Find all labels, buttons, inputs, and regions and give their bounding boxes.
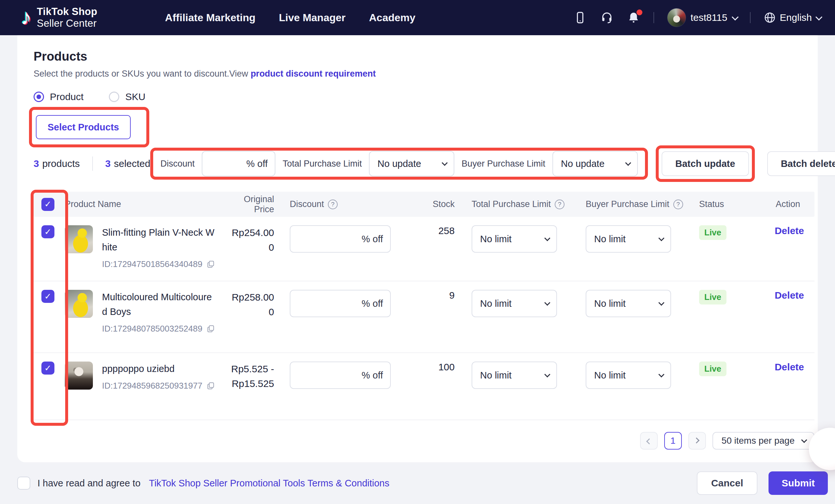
total-purchase-limit-help-icon[interactable]: ?	[555, 200, 565, 209]
row-buyer-purchase-limit-select[interactable]: No limit	[586, 290, 671, 317]
controls-row: 3 products 3 selected Discount % off Tot…	[34, 145, 814, 182]
copy-icon[interactable]	[206, 260, 215, 269]
batch-total-purchase-limit-label: Total Purchase Limit	[283, 159, 362, 169]
submit-button[interactable]: Submit	[769, 471, 828, 495]
batch-total-purchase-limit-select[interactable]: No update	[369, 151, 454, 176]
brand-logo[interactable]: ♪ TikTok Shop Seller Center	[21, 6, 97, 30]
row-buyer-purchase-limit-select[interactable]: No limit	[586, 225, 671, 253]
row-discount-input-field[interactable]	[298, 234, 362, 244]
header-status: Status	[687, 199, 751, 209]
radio-product[interactable]: Product	[34, 91, 83, 102]
pagination: 1 50 items per page	[34, 432, 814, 449]
terms-and-conditions-link[interactable]: TikTok Shop Seller Promotional Tools Ter…	[149, 478, 389, 489]
delete-link[interactable]: Delete	[775, 225, 814, 236]
delete-link[interactable]: Delete	[775, 290, 814, 301]
agree-checkbox[interactable]	[17, 477, 30, 490]
chevron-down-icon	[658, 235, 664, 241]
radio-product-circle[interactable]	[34, 92, 44, 102]
radio-sku-circle[interactable]	[109, 92, 119, 102]
top-navbar: ♪ TikTok Shop Seller Center Affiliate Ma…	[0, 0, 835, 35]
nav-link-academy[interactable]: Academy	[369, 12, 415, 24]
username: test8115	[691, 12, 728, 23]
status-badge: Live	[699, 362, 727, 376]
terms-agreement: I have read and agree to TikTok Shop Sel…	[17, 477, 389, 490]
original-price: Rp5.525 - Rp15.525	[228, 362, 274, 391]
next-page-button[interactable]	[688, 432, 706, 449]
stock-value: 258	[439, 225, 459, 236]
row-discount-input[interactable]: % off	[290, 362, 391, 389]
row-total-purchase-limit-select[interactable]: No limit	[472, 225, 557, 253]
mobile-app-icon[interactable]	[573, 11, 587, 24]
subtitle-text: Select the products or SKUs you want to …	[34, 69, 248, 79]
row-total-purchase-limit-select[interactable]: No limit	[472, 362, 557, 389]
brand-line1: TikTok Shop	[37, 6, 97, 17]
footer-bar: I have read and agree to TikTok Shop Sel…	[0, 462, 835, 504]
row-total-purchase-limit-select[interactable]: No limit	[472, 290, 557, 317]
select-all-checkbox[interactable]: ✓	[41, 198, 55, 211]
nav-link-live-manager[interactable]: Live Manager	[279, 12, 346, 24]
product-id: ID:1729480785003252489	[102, 324, 202, 334]
header-product-name: Product Name	[65, 199, 228, 209]
row-discount-input[interactable]: % off	[290, 290, 391, 317]
batch-discount-input[interactable]: % off	[202, 151, 276, 176]
row-buyer-purchase-limit-select[interactable]: No limit	[586, 362, 671, 389]
header-select-all-cell: ✓	[34, 198, 65, 211]
agree-text: I have read and agree to	[38, 478, 141, 489]
stock-value: 9	[449, 290, 459, 301]
user-avatar	[667, 8, 686, 27]
batch-discount-input-field[interactable]	[209, 158, 246, 169]
row-discount-suffix: % off	[362, 370, 383, 381]
language-menu[interactable]: English	[763, 12, 821, 24]
chevron-down-icon	[625, 160, 631, 166]
support-headset-icon[interactable]	[600, 11, 614, 24]
brand-line2: Seller Center	[37, 18, 97, 29]
row-discount-input-field[interactable]	[298, 298, 362, 309]
buyer-purchase-limit-help-icon[interactable]: ?	[673, 200, 683, 209]
discount-help-icon[interactable]: ?	[328, 200, 338, 209]
row-checkbox[interactable]: ✓	[41, 362, 55, 375]
batch-total-purchase-limit-value: No update	[378, 158, 421, 169]
chevron-down-icon	[544, 235, 550, 241]
row-discount-input[interactable]: % off	[290, 225, 391, 253]
selected-count-label: selected	[114, 158, 150, 169]
chevron-down-icon	[815, 13, 822, 20]
page-number-button[interactable]: 1	[664, 432, 682, 449]
product-name: Multicoloured Multicoloured Boys	[102, 290, 216, 319]
header-original-price: Original Price	[228, 194, 290, 215]
radio-sku[interactable]: SKU	[109, 91, 145, 102]
previous-page-button[interactable]	[640, 432, 658, 449]
delete-link[interactable]: Delete	[775, 362, 814, 372]
row-discount-suffix: % off	[362, 298, 383, 309]
status-badge: Live	[699, 225, 727, 240]
copy-icon[interactable]	[206, 381, 215, 390]
user-menu[interactable]: test8115	[667, 8, 737, 27]
row-checkbox[interactable]: ✓	[41, 290, 55, 303]
page-size-value: 50 items per page	[721, 436, 795, 446]
header-discount: Discount ?	[290, 199, 397, 209]
nav-separator	[653, 12, 654, 23]
select-products-button[interactable]: Select Products	[36, 115, 131, 139]
radio-product-label: Product	[50, 91, 83, 102]
chevron-down-icon	[544, 300, 550, 305]
product-id: ID:1729485968250931977	[102, 381, 202, 391]
chevron-down-icon	[732, 13, 738, 20]
batch-delete-button[interactable]: Batch delete	[767, 151, 835, 176]
header-stock: Stock	[397, 199, 459, 209]
notifications-bell-icon[interactable]	[627, 11, 640, 24]
row-checkbox[interactable]: ✓	[41, 225, 55, 238]
nav-link-affiliate-marketing[interactable]: Affiliate Marketing	[165, 12, 255, 24]
batch-discount-label: Discount	[160, 159, 195, 169]
product-discount-requirement-link[interactable]: product discount requirement	[251, 69, 376, 79]
header-buyer-purchase-limit: Buyer Purchase Limit ?	[573, 199, 687, 209]
row-discount-input-field[interactable]	[298, 370, 362, 381]
table-row: ✓ Multicoloured Multicoloured Boys ID:17…	[34, 281, 814, 353]
cancel-button[interactable]: Cancel	[697, 471, 757, 495]
nav-links: Affiliate Marketing Live Manager Academy	[165, 12, 415, 24]
copy-icon[interactable]	[206, 324, 215, 333]
page-size-select[interactable]: 50 items per page	[712, 432, 814, 449]
product-image	[65, 362, 93, 389]
batch-buyer-purchase-limit-label: Buyer Purchase Limit	[462, 159, 545, 169]
batch-update-button[interactable]: Batch update	[661, 151, 749, 176]
batch-buyer-purchase-limit-select[interactable]: No update	[552, 151, 638, 176]
selection-mode-radios: Product SKU	[34, 91, 814, 102]
